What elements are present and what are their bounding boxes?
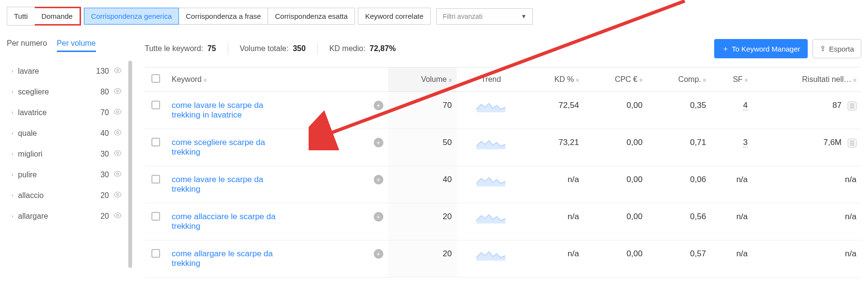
col-header-sf[interactable]: SF≡ [711,67,752,92]
keyword-link[interactable]: come allargare le scarpe da trekking [172,249,278,268]
eye-icon[interactable] [114,66,122,76]
row-checkbox[interactable] [151,101,160,109]
tab-per-numero[interactable]: Per numero [7,39,47,52]
svg-point-5 [117,173,119,175]
serp-icon[interactable] [848,102,856,110]
sidebar-group-label: scegliere [18,88,95,96]
add-keyword-button[interactable]: + [374,175,383,184]
chevron-right-icon: › [12,68,13,74]
eye-icon[interactable] [114,170,122,179]
sidebar-group-count: 80 [100,88,109,96]
add-keyword-button[interactable]: + [374,249,383,259]
export-icon: ⇪ [820,44,826,53]
keyword-link[interactable]: come lavare le scarpe da trekking in lav… [172,101,278,120]
cell-results: 7,6M [753,129,861,166]
cell-kd: n/a [526,240,584,277]
svg-point-4 [117,152,119,154]
cell-volume: 20 [388,240,457,277]
advanced-filters-dropdown[interactable]: Filtri avanzati ▼ [436,8,533,25]
cell-volume: 50 [388,129,457,166]
sidebar-group-label: lavatrice [18,108,95,117]
cell-results: n/a [753,166,861,203]
eye-icon[interactable] [114,211,122,221]
keyword-link[interactable]: come allacciare le scarpe da trekking [172,212,278,231]
filter-tab-domande[interactable]: Domande [35,7,81,26]
col-header-comp[interactable]: Comp.≡ [647,67,711,92]
plus-icon: ＋ [722,44,729,53]
add-keyword-button[interactable]: + [374,138,383,147]
divider [317,43,318,54]
sidebar-group-count: 70 [100,108,109,117]
to-keyword-manager-button[interactable]: ＋ To Keyword Manager [714,39,808,58]
sidebar-group-count: 20 [100,191,109,200]
select-all-checkbox[interactable] [151,74,160,83]
sidebar-group-label: allaccio [18,191,95,200]
sidebar-group-item[interactable]: ›allargare20 [7,206,130,226]
trend-sparkline [475,175,506,186]
eye-icon[interactable] [114,87,122,96]
sort-icon: ≡ [203,77,206,83]
add-keyword-button[interactable]: + [374,212,383,222]
sidebar-group-item[interactable]: ›scegliere80 [7,81,130,102]
cell-trend [457,92,526,129]
svg-point-1 [117,90,119,92]
trend-sparkline [475,101,506,112]
svg-point-0 [117,69,119,71]
serp-icon[interactable] [848,139,856,147]
cell-comp: 0,71 [647,129,711,166]
chevron-right-icon: › [12,172,13,177]
sidebar-group-label: quale [18,129,95,138]
col-header-cpc[interactable]: CPC €≡ [584,67,648,92]
row-checkbox[interactable] [151,175,160,184]
chevron-right-icon: › [12,151,13,157]
cell-cpc: 0,00 [584,240,648,277]
sidebar-group-item[interactable]: ›allaccio20 [7,185,130,206]
col-header-trend[interactable]: Trend [457,67,526,92]
chevron-right-icon: › [12,89,13,94]
add-keyword-button[interactable]: + [374,101,383,110]
eye-icon[interactable] [114,129,122,138]
trend-sparkline [475,212,506,224]
sidebar-group-item[interactable]: ›lavare130 [7,61,130,81]
sidebar-group-item[interactable]: ›quale40 [7,123,130,144]
eye-icon[interactable] [114,108,122,117]
sidebar-group-item[interactable]: ›lavatrice70 [7,102,130,123]
cell-cpc: 0,00 [584,166,648,203]
chevron-right-icon: › [12,213,13,219]
sidebar-group-item[interactable]: ›migliori30 [7,144,130,164]
sidebar-group-count: 130 [96,67,109,76]
filter-tab-frase[interactable]: Corrispondenza a frase [179,8,268,25]
row-checkbox[interactable] [151,138,160,146]
export-button[interactable]: ⇪ Esporta [813,39,861,58]
cell-trend [457,166,526,203]
stat-kd-avg: KD medio: 72,87% [329,44,396,53]
cell-results: n/a [753,240,861,277]
keyword-link[interactable]: come scegliere scarpe da trekking [172,138,278,157]
tab-per-volume[interactable]: Per volume [57,39,96,52]
cell-sf: n/a [711,240,752,277]
filter-tab-esatta[interactable]: Corrispondenza esatta [268,8,355,25]
filter-tab-correlate[interactable]: Keyword correlate [358,8,431,25]
sort-icon: ≡ [639,77,642,83]
chevron-right-icon: › [12,110,13,115]
col-header-volume[interactable]: Volume≡ [388,67,457,92]
col-header-results[interactable]: Risultati nell…≡ [753,67,861,92]
filter-tab-tutti[interactable]: Tutti [7,7,35,26]
sidebar-group-item[interactable]: ›pulire30 [7,164,130,185]
svg-point-3 [117,132,119,133]
stat-all-keywords: Tutte le keyword: 75 [145,44,216,53]
svg-point-7 [117,214,119,216]
eye-icon[interactable] [114,191,122,200]
keyword-link[interactable]: come lavare le scarpe da trekking [172,175,278,194]
cell-comp: 0,35 [647,92,711,129]
row-checkbox[interactable] [151,212,160,221]
cell-volume: 40 [388,166,457,203]
col-header-kd[interactable]: KD %≡ [526,67,584,92]
row-checkbox[interactable] [151,249,160,258]
eye-icon[interactable] [114,149,122,158]
cell-kd: 72,54 [526,92,584,129]
col-header-keyword[interactable]: Keyword≡ [167,67,388,92]
filter-tab-generica[interactable]: Corrispondenza generica [84,8,179,25]
sidebar-group-label: lavare [18,67,91,76]
cell-kd: n/a [526,166,584,203]
